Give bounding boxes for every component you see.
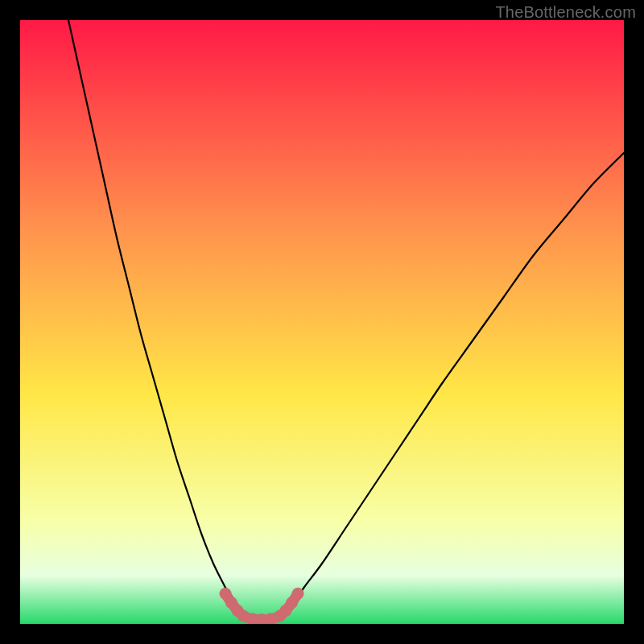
left-branch-curve <box>68 20 234 606</box>
curve-layer <box>20 20 624 624</box>
plot-area <box>20 20 624 624</box>
trough-marker-dots <box>220 588 304 624</box>
watermark-text: TheBottleneck.com <box>495 3 636 22</box>
right-branch-curve <box>292 153 625 606</box>
chart-frame: TheBottleneck.com <box>0 0 644 644</box>
trough-marker-dot <box>292 588 304 600</box>
